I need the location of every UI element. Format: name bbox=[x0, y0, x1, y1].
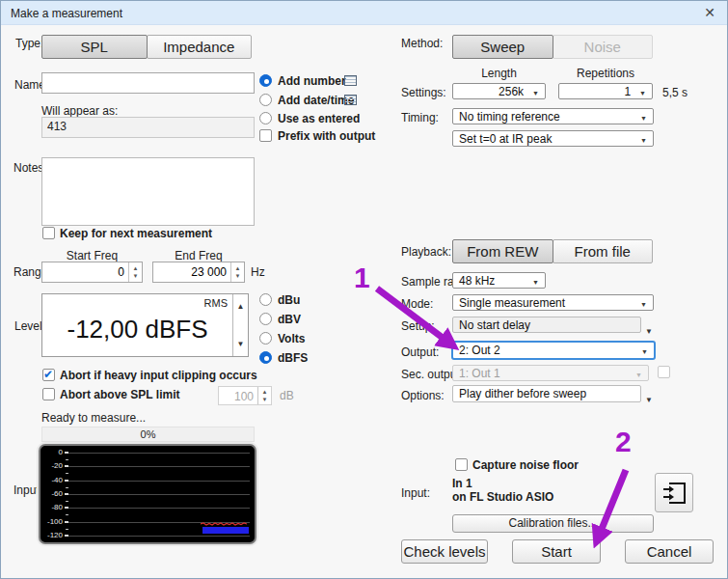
sec-output-checkbox[interactable] bbox=[658, 366, 670, 378]
options-dropdown-arrow-icon[interactable] bbox=[645, 389, 653, 406]
abort-spl-label: Abort above SPL limit bbox=[60, 388, 179, 401]
input-level-meter: 0 -20 -40 -60 -80 -100 -120 bbox=[39, 444, 256, 544]
output-value: 2: Out 2 bbox=[459, 344, 500, 357]
type-spl-button[interactable]: SPL bbox=[41, 35, 148, 59]
add-datetime-label: Add date/time bbox=[278, 94, 354, 107]
notes-textarea[interactable] bbox=[41, 157, 255, 226]
start-button[interactable]: Start bbox=[512, 539, 601, 564]
dbv-radio[interactable] bbox=[259, 313, 272, 325]
setup-label: Setup: bbox=[401, 319, 435, 333]
rms-label: RMS bbox=[204, 297, 228, 309]
dropdown-arrow-icon bbox=[640, 132, 647, 146]
annotation-step-1: 1 bbox=[354, 262, 370, 294]
close-icon[interactable]: ✕ bbox=[704, 5, 715, 20]
prefix-with-output-checkbox[interactable] bbox=[259, 129, 272, 142]
sample-rate-dropdown[interactable]: 48 kHz bbox=[452, 272, 546, 289]
check-levels-button[interactable]: Check levels bbox=[401, 539, 488, 564]
end-freq-header: End Freq bbox=[152, 249, 245, 262]
make-a-measurement-dialog: { "window": { "title": "Make a measureme… bbox=[0, 0, 728, 579]
dbfs-radio[interactable] bbox=[259, 351, 272, 364]
meter-minor-tick bbox=[66, 514, 68, 515]
method-noise-button: Noise bbox=[553, 35, 654, 59]
output-dropdown[interactable]: 2: Out 2 bbox=[451, 341, 656, 360]
select-input-button[interactable] bbox=[655, 473, 693, 512]
type-impedance-button[interactable]: Impedance bbox=[147, 35, 253, 59]
sec-output-dropdown: 1: Out 1 bbox=[452, 365, 649, 381]
sweep-duration: 5,5 s bbox=[662, 86, 688, 99]
window-title: Make a measurement bbox=[11, 7, 122, 20]
spinner-arrows-icon: ▲▼ bbox=[257, 387, 271, 404]
end-freq-value[interactable]: 23 000 bbox=[153, 262, 230, 282]
abort-clipping-label: Abort if heavy input clipping occurs bbox=[60, 369, 257, 382]
meter-tick-label: -20 bbox=[42, 462, 63, 470]
meter-tick bbox=[65, 521, 68, 523]
level-value[interactable]: -12,00 dBFS bbox=[67, 315, 208, 345]
annotation-step-2: 2 bbox=[615, 426, 632, 458]
playback-from-rew-button[interactable]: From REW bbox=[452, 239, 553, 263]
meter-tick-label: -120 bbox=[42, 532, 63, 539]
meter-tick-label: 0 bbox=[42, 449, 63, 456]
dbu-label: dBu bbox=[278, 293, 300, 307]
add-datetime-radio[interactable] bbox=[259, 94, 272, 106]
abort-spl-checkbox[interactable] bbox=[42, 388, 55, 400]
dbu-radio[interactable] bbox=[259, 293, 272, 306]
start-freq-spinner[interactable]: 0 ▲▼ bbox=[41, 262, 143, 283]
method-toggle: Sweep Noise bbox=[452, 35, 653, 59]
spinner-arrows-icon[interactable]: ▲▼ bbox=[128, 262, 142, 282]
options-label: Options: bbox=[401, 389, 445, 402]
setup-value: No start delay bbox=[459, 318, 530, 332]
number-list-icon[interactable] bbox=[344, 75, 357, 86]
abort-clipping-checkbox[interactable] bbox=[42, 369, 55, 381]
calibration-files-button[interactable]: Calibration files... bbox=[452, 514, 654, 533]
title-bar: Make a measurement ✕ bbox=[1, 1, 727, 25]
length-dropdown[interactable]: 256k bbox=[452, 83, 546, 99]
sample-rate-value: 48 kHz bbox=[459, 274, 495, 288]
timing-t0-value: Set t=0 at IR peak bbox=[459, 132, 552, 146]
meter-input-bar bbox=[202, 527, 249, 534]
range-unit-label: Hz bbox=[251, 265, 265, 279]
dropdown-arrow-icon bbox=[532, 85, 539, 98]
end-freq-spinner[interactable]: 23 000 ▲▼ bbox=[152, 262, 245, 283]
mode-dropdown[interactable]: Single measurement bbox=[452, 294, 654, 311]
datetime-list-icon[interactable] bbox=[344, 95, 357, 105]
input-device-line1: In 1 bbox=[452, 477, 472, 490]
playback-from-file-button[interactable]: From file bbox=[553, 239, 654, 263]
meter-tick bbox=[65, 507, 68, 509]
options-dropdown[interactable]: Play dither before sweep bbox=[452, 385, 641, 402]
name-input[interactable] bbox=[41, 72, 255, 94]
level-box[interactable]: RMS -12,00 dBFS ▲▼ bbox=[41, 293, 249, 357]
timing-t0-dropdown[interactable]: Set t=0 at IR peak bbox=[452, 130, 654, 147]
mode-label: Mode: bbox=[401, 297, 433, 311]
use-as-entered-radio[interactable] bbox=[259, 112, 272, 124]
start-freq-value[interactable]: 0 bbox=[42, 262, 128, 282]
level-spinner-arrows[interactable]: ▲▼ bbox=[232, 294, 248, 356]
method-sweep-button[interactable]: Sweep bbox=[452, 35, 553, 59]
spinner-arrows-icon[interactable]: ▲▼ bbox=[230, 262, 244, 282]
meter-tick bbox=[65, 452, 68, 454]
mode-value: Single measurement bbox=[459, 296, 565, 310]
type-toggle: SPL Impedance bbox=[41, 35, 252, 59]
volts-label: Volts bbox=[278, 332, 305, 345]
timing-reference-value: No timing reference bbox=[459, 110, 560, 124]
progress-bar: 0% bbox=[41, 427, 255, 442]
will-appear-value: 413 bbox=[41, 117, 255, 138]
level-display[interactable]: RMS -12,00 dBFS bbox=[42, 294, 232, 356]
output-label: Output: bbox=[401, 345, 439, 359]
meter-tick-label: -100 bbox=[42, 518, 63, 526]
setup-dropdown[interactable]: No start delay bbox=[452, 317, 641, 333]
meter-gridline bbox=[67, 536, 250, 537]
playback-label: Playback: bbox=[401, 245, 451, 259]
keep-for-next-checkbox[interactable] bbox=[42, 227, 55, 239]
input-device-label: Input: bbox=[401, 486, 430, 500]
meter-gridline bbox=[67, 494, 250, 495]
cancel-button[interactable]: Cancel bbox=[625, 539, 714, 564]
add-number-radio[interactable] bbox=[259, 74, 272, 87]
repetitions-dropdown[interactable]: 1 bbox=[558, 83, 653, 99]
playback-toggle: From REW From file bbox=[452, 239, 653, 263]
meter-tick-label: -60 bbox=[42, 490, 63, 498]
volts-radio[interactable] bbox=[259, 332, 272, 345]
capture-noise-floor-checkbox[interactable] bbox=[455, 458, 468, 471]
timing-reference-dropdown[interactable]: No timing reference bbox=[452, 108, 654, 124]
meter-gridline bbox=[67, 508, 250, 509]
setup-dropdown-arrow-icon[interactable] bbox=[645, 320, 653, 338]
